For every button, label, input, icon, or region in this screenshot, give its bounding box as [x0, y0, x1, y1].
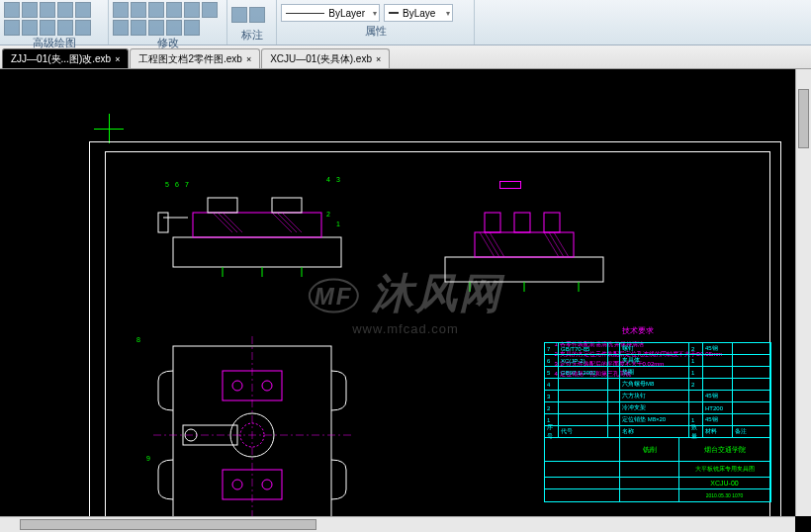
tech-notes-title: 技术要求: [555, 326, 722, 336]
title-main-row: 铣削 烟台交通学院: [545, 438, 770, 462]
svg-rect-11: [485, 213, 500, 232]
svg-rect-12: [514, 213, 530, 232]
tool-icon[interactable]: [57, 20, 73, 36]
ribbon-group-modify: 修改: [109, 0, 227, 44]
tool-icon[interactable]: [231, 7, 247, 23]
tool-icon[interactable]: [148, 2, 164, 18]
close-icon[interactable]: ×: [246, 54, 251, 64]
lineweight-select[interactable]: ByLaye: [384, 4, 453, 22]
drawing-name: 大平板铣床专用夹具图: [679, 462, 770, 477]
tool-icon[interactable]: [57, 2, 73, 18]
svg-rect-2: [208, 198, 237, 213]
section-view: [425, 203, 623, 297]
tool-icon[interactable]: [148, 20, 164, 36]
document-tab[interactable]: XCJU—01(夹具体).exb×: [261, 48, 390, 68]
school-name: 烟台交通学院: [679, 438, 770, 461]
project-name: 铣削: [620, 438, 679, 461]
close-icon[interactable]: ×: [115, 54, 120, 64]
scrollbar-thumb[interactable]: [20, 519, 316, 530]
bom-row: 6XC(JP-2)夹具体1: [545, 355, 770, 367]
svg-point-25: [262, 381, 272, 391]
callout-number: 2: [326, 211, 330, 218]
callout-number: 4: [326, 176, 330, 183]
scrollbar-thumb[interactable]: [798, 89, 809, 148]
drawing-date: 2010.05.30 1070: [679, 489, 770, 501]
linetype-select[interactable]: ByLayer: [281, 4, 380, 22]
callout-number: 6: [175, 181, 179, 188]
tool-icon[interactable]: [166, 20, 182, 36]
svg-rect-9: [445, 257, 603, 282]
tool-icon[interactable]: [40, 20, 55, 36]
title-number-row: XCJU-00: [545, 478, 770, 489]
tool-icon[interactable]: [184, 20, 200, 36]
tool-icon[interactable]: [113, 2, 129, 18]
callout-number: 5: [165, 181, 169, 188]
tool-icon[interactable]: [4, 20, 20, 36]
ribbon-group-label: 标注: [231, 28, 272, 43]
callout-number: 3: [336, 176, 340, 183]
tool-icon[interactable]: [40, 2, 55, 18]
tool-icon[interactable]: [75, 20, 91, 36]
bom-header: 序号代号名称数量材料备注: [545, 426, 770, 438]
ribbon-toolbar: 高级绘图 修改 标注 ByLayer: [0, 0, 811, 45]
tool-icon[interactable]: [75, 2, 91, 18]
bom-row: 4六角螺母M82: [545, 379, 770, 391]
tool-icon[interactable]: [113, 20, 129, 36]
bom-row: 2冷冲支架HT200: [545, 402, 770, 414]
drawing-canvas[interactable]: 5 6 7 4 3 2 1 8 9: [0, 69, 811, 532]
tool-icon[interactable]: [22, 2, 38, 18]
callout-number: 1: [336, 221, 340, 227]
svg-point-27: [262, 480, 272, 489]
tool-icon[interactable]: [4, 2, 20, 18]
callout-number: 8: [136, 336, 140, 343]
bom-row: 7GB/T70-85螺钉245钢: [545, 343, 770, 355]
ribbon-group-advanced-draw: 高级绘图: [0, 0, 109, 44]
close-icon[interactable]: ×: [376, 54, 381, 64]
tool-icon[interactable]: [131, 20, 146, 36]
document-tabbar: ZJJ—01(夹...图)改.exb× 工程图文档2零件图.exb× XCJU—…: [0, 45, 811, 69]
tool-icon[interactable]: [202, 2, 218, 18]
svg-point-26: [232, 480, 242, 489]
drawing-number: XCJU-00: [679, 478, 770, 488]
document-tab[interactable]: 工程图文档2零件图.exb×: [130, 48, 260, 68]
bom-row: 3六方块钉45钢: [545, 391, 770, 402]
bom-row: 5GB97.1-2002垫圈1: [545, 367, 770, 379]
svg-rect-10: [475, 232, 574, 257]
document-tab[interactable]: ZJJ—01(夹...图)改.exb×: [2, 48, 129, 68]
tool-icon[interactable]: [249, 7, 265, 23]
horizontal-scrollbar[interactable]: [0, 516, 795, 532]
tool-icon[interactable]: [184, 2, 200, 18]
callout-number: 9: [146, 455, 150, 462]
ribbon-group-label: 属性: [281, 24, 470, 39]
tool-icon[interactable]: [166, 2, 182, 18]
title-date-row: 2010.05.30 1070: [545, 489, 770, 501]
svg-rect-5: [158, 213, 168, 232]
title-block: 7GB/T70-85螺钉245钢 6XC(JP-2)夹具体1 5GB97.1-2…: [544, 342, 771, 502]
plan-view: [143, 326, 361, 532]
callout-number: 7: [185, 181, 189, 188]
ribbon-group-properties: ByLayer ByLaye 属性: [277, 0, 475, 44]
vertical-scrollbar[interactable]: [795, 69, 811, 516]
tool-icon[interactable]: [131, 2, 146, 18]
svg-rect-1: [193, 213, 321, 237]
detail-marker: [499, 181, 521, 189]
svg-rect-13: [544, 213, 560, 232]
front-elevation-view: [153, 178, 361, 287]
ribbon-group-annotate: 标注: [227, 0, 277, 44]
svg-rect-3: [272, 198, 302, 213]
bom-row: 1定位销垫 M8×20145钢: [545, 414, 770, 426]
svg-rect-0: [173, 237, 341, 267]
tool-icon[interactable]: [22, 20, 38, 36]
svg-point-24: [232, 381, 242, 391]
title-drawing-row: 大平板铣床专用夹具图: [545, 462, 770, 478]
